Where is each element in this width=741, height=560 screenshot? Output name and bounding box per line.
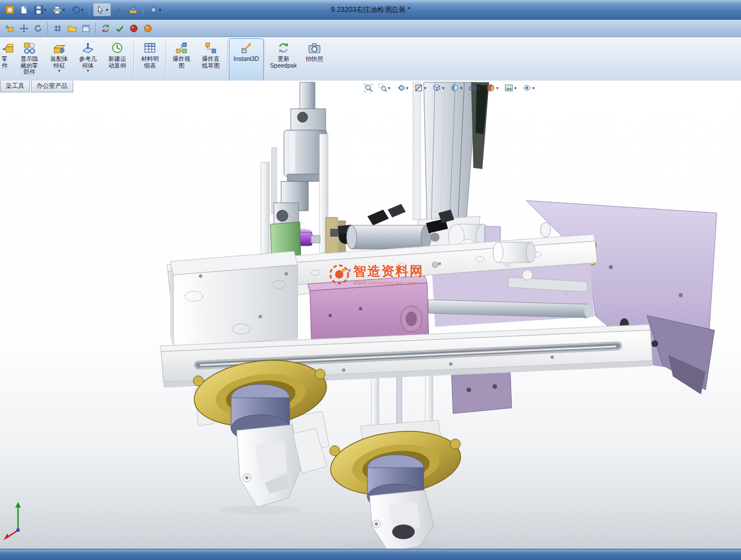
toolbar-separator bbox=[134, 41, 134, 76]
reference-geometry-icon bbox=[81, 41, 95, 55]
app-logo-icon[interactable] bbox=[3, 3, 16, 16]
snapshot-icon bbox=[308, 41, 321, 55]
left-carriage-part[interactable] bbox=[170, 251, 298, 355]
heads-up-view-toolbar bbox=[362, 82, 537, 94]
bom-button[interactable]: 材料明细表 bbox=[135, 38, 165, 82]
undo-icon[interactable] bbox=[69, 3, 86, 16]
insert-component-icon bbox=[2, 41, 14, 55]
toolbar-separator bbox=[47, 23, 48, 34]
guide-rail-part[interactable] bbox=[413, 82, 489, 247]
button-label: 新建运动算例 bbox=[108, 56, 126, 69]
watermark: 智造资料网 WWW.ZHIZAOZILIAO.COM bbox=[329, 263, 424, 286]
update-speedpak-button[interactable]: 更新Speedpak bbox=[267, 38, 300, 82]
orientation-triad bbox=[1, 497, 35, 547]
toolbar-separator bbox=[227, 41, 228, 76]
status-bar bbox=[0, 549, 741, 560]
bom-icon bbox=[143, 41, 157, 55]
graphics-area[interactable]: 染工具办公室产品 bbox=[0, 81, 741, 549]
button-label: Instant3D bbox=[234, 56, 259, 63]
watermark-logo-icon bbox=[329, 264, 350, 285]
button-label: 参考几何体 bbox=[79, 56, 97, 69]
menu-toolbar bbox=[0, 20, 741, 37]
render-preview-icon[interactable] bbox=[127, 22, 140, 34]
previous-view-icon[interactable] bbox=[394, 82, 411, 94]
button-label: 爆炸视图 bbox=[172, 56, 190, 69]
command-tab-0[interactable]: 染工具 bbox=[0, 81, 30, 92]
button-label: 更新Speedpak bbox=[270, 56, 296, 69]
show-hidden-button[interactable]: 显示隐藏的零部件 bbox=[14, 38, 45, 82]
exploded-view-icon bbox=[175, 41, 188, 55]
explode-sketch-button[interactable]: 爆炸直线草图 bbox=[196, 38, 226, 82]
watermark-subtext: WWW.ZHIZAOZILIAO.COM bbox=[353, 281, 424, 286]
assembly-begin-icon[interactable] bbox=[3, 22, 16, 34]
motion-study-button[interactable]: 新建运动算例 bbox=[102, 38, 132, 82]
solidworks-window: 9.23203右注油检测总装 * 零件显示隐藏的零部件装配体特征▾参考几何体▾新… bbox=[0, 0, 741, 560]
button-label: 材料明细表 bbox=[141, 56, 159, 69]
dropdown-arrow-icon[interactable]: ▾ bbox=[58, 69, 60, 73]
tab-label: 染工具 bbox=[6, 82, 24, 89]
button-label: 爆炸直线草图 bbox=[202, 56, 220, 69]
motion-study-icon bbox=[110, 41, 124, 55]
reference-geometry-button[interactable]: 参考几何体▾ bbox=[74, 38, 102, 82]
title-bar: 9.23203右注油检测总装 * bbox=[0, 0, 741, 20]
assembly-features-icon bbox=[52, 41, 66, 55]
smart-dimension-icon[interactable] bbox=[51, 22, 64, 34]
toolbar-separator bbox=[89, 4, 90, 15]
snapshot-button[interactable]: 拍快照 bbox=[300, 38, 329, 82]
window-icon[interactable] bbox=[79, 22, 92, 34]
tab-label: 办公室产品 bbox=[37, 82, 68, 89]
assembly-model[interactable] bbox=[0, 81, 741, 549]
print-icon[interactable] bbox=[50, 3, 67, 16]
apply-scene-icon[interactable] bbox=[502, 82, 519, 94]
assembly-features-button[interactable]: 装配体特征▾ bbox=[45, 38, 74, 82]
update-speedpak-icon bbox=[277, 41, 290, 55]
rebuild-icon[interactable] bbox=[99, 22, 112, 34]
command-tab-1[interactable]: 办公室产品 bbox=[31, 81, 73, 92]
explode-sketch-icon bbox=[204, 41, 218, 55]
toolbar-separator bbox=[95, 23, 96, 34]
hide-show-items-icon[interactable] bbox=[466, 82, 483, 94]
button-label: 拍快照 bbox=[305, 56, 323, 63]
show-hidden-icon bbox=[23, 41, 36, 55]
toolbar-separator bbox=[143, 4, 143, 15]
features-icon[interactable] bbox=[127, 3, 139, 16]
view-orientation-icon[interactable] bbox=[430, 82, 447, 94]
dropdown-arrow-icon[interactable]: ▾ bbox=[87, 69, 89, 73]
move-component-icon[interactable] bbox=[17, 22, 30, 34]
section-view-icon[interactable] bbox=[412, 82, 429, 94]
quick-access-toolbar bbox=[3, 3, 163, 16]
open-folder-icon[interactable] bbox=[65, 22, 78, 34]
select-arrow-icon[interactable] bbox=[93, 3, 111, 16]
command-tabs: 染工具办公室产品 bbox=[0, 81, 74, 92]
check-icon[interactable] bbox=[113, 22, 126, 34]
button-label: 装配体特征 bbox=[50, 56, 68, 69]
button-label: 显示隐藏的零部件 bbox=[20, 56, 38, 75]
clamp-right-part[interactable] bbox=[293, 420, 464, 549]
instant3d-button[interactable]: Instant3D bbox=[229, 38, 264, 82]
view-settings-icon[interactable] bbox=[520, 82, 537, 94]
insert-component-button[interactable]: 零件 bbox=[0, 38, 14, 82]
zoom-area-icon[interactable] bbox=[376, 82, 393, 94]
command-manager: 零件显示隐藏的零部件装配体特征▾参考几何体▾新建运动算例材料明细表爆炸视图爆炸直… bbox=[0, 37, 741, 84]
watermark-brand: 智造资料网 bbox=[353, 263, 424, 280]
options-icon[interactable] bbox=[147, 3, 163, 16]
edit-appearance-icon[interactable] bbox=[484, 82, 501, 94]
button-label: 零件 bbox=[2, 56, 8, 69]
instant3d-icon bbox=[239, 41, 253, 55]
zoom-fit-icon[interactable] bbox=[362, 82, 375, 94]
display-style-icon[interactable] bbox=[448, 82, 465, 94]
sketch-entities-icon[interactable] bbox=[113, 3, 125, 16]
render-final-icon[interactable] bbox=[141, 22, 154, 34]
new-document-icon[interactable] bbox=[17, 3, 30, 16]
save-icon[interactable] bbox=[32, 3, 48, 16]
toolbar-separator bbox=[265, 41, 265, 76]
exploded-view-button[interactable]: 爆炸视图 bbox=[167, 38, 196, 82]
rotate-component-icon[interactable] bbox=[32, 22, 44, 34]
toolbar-separator bbox=[166, 41, 166, 76]
